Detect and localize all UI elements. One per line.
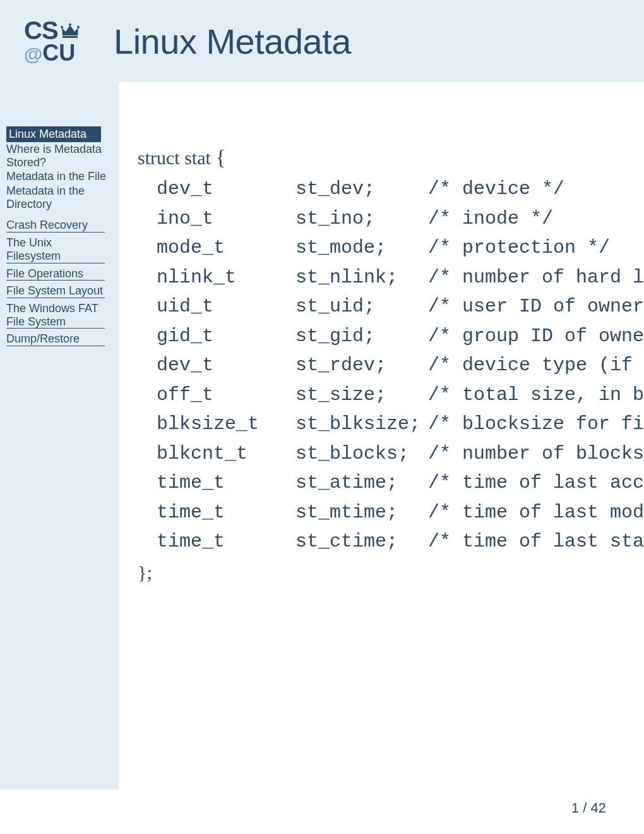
- slide-header: CS @ CU Linux Metadata: [0, 0, 644, 82]
- field-name: st_size;: [295, 380, 428, 410]
- field-type: dev_t: [157, 351, 295, 380]
- field-comment: /* number of blocks allocated */: [428, 439, 644, 469]
- logo-cs-line: CS: [24, 18, 80, 42]
- field-name: st_nlink;: [295, 263, 428, 293]
- field-type: time_t: [157, 468, 295, 498]
- logo-cs-text: CS: [24, 18, 58, 42]
- field-comment: /* time of last access */: [428, 468, 644, 498]
- field-type: time_t: [157, 527, 295, 557]
- field-name: st_uid;: [295, 292, 428, 322]
- field-comment: /* number of hard links */: [428, 263, 644, 293]
- field-type: uid_t: [157, 292, 295, 322]
- brace-open: {: [215, 145, 225, 169]
- svg-point-2: [77, 26, 80, 28]
- field-name: st_ctime;: [295, 527, 428, 557]
- page-title: Linux Metadata: [114, 21, 351, 62]
- struct-field-row: blksize_tst_blksize;/* blocksize for fil…: [157, 409, 644, 439]
- sidebar-topic-crash-recovery[interactable]: Crash Recovery: [6, 219, 105, 233]
- field-comment: /* total size, in bytes */: [428, 380, 644, 410]
- struct-close-line: };: [138, 562, 644, 583]
- field-comment: /* device */: [428, 174, 564, 204]
- struct-field-row: blkcnt_tst_blocks;/* number of blocks al…: [157, 439, 644, 469]
- struct-field-row: uid_tst_uid;/* user ID of owner */: [157, 292, 644, 322]
- crown-icon: [61, 23, 80, 38]
- field-name: st_rdev;: [295, 351, 428, 380]
- struct-field-row: mode_tst_mode;/* protection */: [157, 233, 644, 263]
- field-name: st_gid;: [295, 322, 428, 351]
- field-type: mode_t: [157, 233, 295, 263]
- struct-field-row: time_tst_ctime;/* time of last status ch…: [157, 527, 644, 557]
- field-name: st_blksize;: [295, 409, 428, 439]
- field-name: st_mtime;: [295, 498, 428, 528]
- logo-at: @: [24, 45, 42, 64]
- field-comment: /* group ID of owner */: [428, 322, 644, 351]
- sidebar: Linux Metadata Where is Metadata Stored?…: [0, 82, 119, 790]
- sidebar-item-active[interactable]: Linux Metadata: [6, 126, 101, 142]
- page-current: 1: [571, 800, 579, 816]
- page-total: 42: [591, 800, 606, 816]
- page-counter: 1 / 42: [571, 800, 606, 816]
- logo-cu-text: CU: [42, 42, 75, 64]
- field-comment: /* time of last status change */: [428, 527, 644, 557]
- field-name: st_atime;: [295, 468, 428, 498]
- field-comment: /* inode */: [428, 204, 553, 234]
- field-type: blksize_t: [157, 409, 295, 439]
- sidebar-sub-item[interactable]: Where is Metadata Stored?: [6, 142, 115, 169]
- logo: CS @ CU: [0, 18, 114, 64]
- sidebar-topic-windows-fat[interactable]: The Windows FAT File System: [6, 302, 105, 329]
- field-comment: /* device type (if inode device) */: [428, 351, 644, 380]
- sidebar-topic-unix-filesystem[interactable]: The Unix Filesystem: [6, 236, 105, 263]
- logo-cu-line: @ CU: [24, 42, 75, 64]
- svg-point-1: [69, 23, 71, 26]
- field-name: st_blocks;: [295, 439, 428, 469]
- sidebar-topic-file-system-layout[interactable]: File System Layout: [6, 284, 105, 298]
- field-name: st_ino;: [295, 204, 428, 234]
- field-comment: /* protection */: [428, 233, 610, 263]
- sidebar-current-section: Linux Metadata Where is Metadata Stored?…: [6, 126, 115, 211]
- field-comment: /* time of last modification */: [428, 498, 644, 528]
- slide-content: struct stat { dev_tst_dev;/* device */in…: [119, 82, 644, 790]
- struct-field-row: dev_tst_dev;/* device */: [157, 174, 644, 204]
- struct-field-row: time_tst_atime;/* time of last access */: [157, 468, 644, 498]
- field-type: dev_t: [157, 174, 295, 204]
- field-type: time_t: [157, 498, 295, 528]
- field-type: gid_t: [157, 322, 295, 351]
- struct-keyword: struct stat: [138, 147, 215, 168]
- struct-field-row: nlink_tst_nlink;/* number of hard links …: [157, 263, 644, 293]
- field-type: blkcnt_t: [157, 439, 295, 469]
- struct-field-row: off_tst_size;/* total size, in bytes */: [157, 380, 644, 410]
- field-comment: /* user ID of owner */: [428, 292, 644, 322]
- struct-field-row: gid_tst_gid;/* group ID of owner */: [157, 322, 644, 351]
- page-sep: /: [579, 800, 590, 816]
- slide-body: Linux Metadata Where is Metadata Stored?…: [0, 82, 644, 790]
- field-type: ino_t: [157, 204, 295, 234]
- sidebar-topic-dump-restore[interactable]: Dump/Restore: [6, 332, 105, 346]
- struct-field-row: ino_tst_ino;/* inode */: [157, 204, 644, 234]
- field-name: st_dev;: [295, 174, 428, 204]
- sidebar-sub-item[interactable]: Metadata in the Directory: [6, 184, 115, 211]
- field-type: nlink_t: [157, 263, 295, 293]
- svg-point-0: [61, 26, 63, 28]
- struct-field-row: time_tst_mtime;/* time of last modificat…: [157, 498, 644, 528]
- struct-field-row: dev_tst_rdev;/* device type (if inode de…: [157, 351, 644, 380]
- sidebar-sub-item[interactable]: Metadata in the File: [6, 169, 115, 184]
- field-type: off_t: [157, 380, 295, 410]
- sidebar-topic-file-operations[interactable]: File Operations: [6, 267, 105, 281]
- struct-open-line: struct stat {: [138, 145, 644, 169]
- field-name: st_mode;: [295, 233, 428, 263]
- struct-fields: dev_tst_dev;/* device */ino_tst_ino;/* i…: [138, 169, 644, 562]
- field-comment: /* blocksize for filesystem I/O */: [428, 409, 644, 439]
